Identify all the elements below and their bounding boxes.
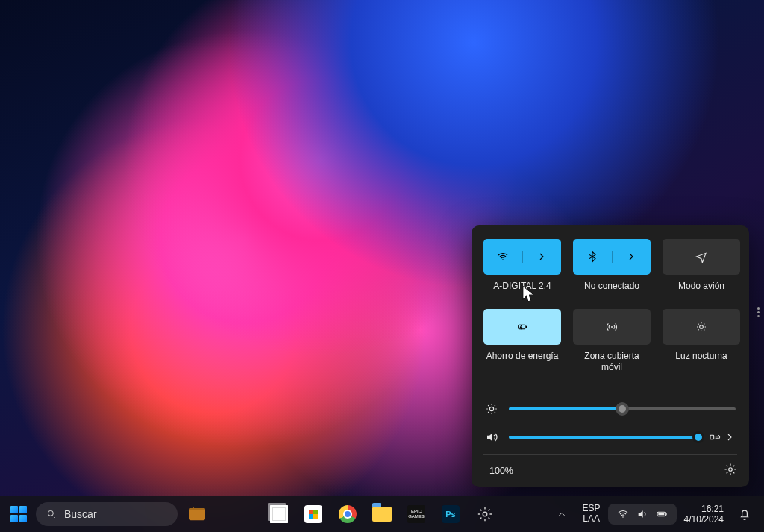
mobile-hotspot-tile[interactable] — [573, 309, 651, 345]
search-icon — [46, 509, 57, 519]
windows-logo-icon — [10, 506, 27, 522]
night-light-icon — [695, 321, 707, 333]
svg-point-10 — [729, 468, 733, 472]
taskbar-search[interactable]: Buscar — [36, 502, 178, 526]
chevron-right-icon — [536, 251, 548, 263]
svg-point-3 — [611, 326, 613, 328]
wifi-icon — [617, 508, 629, 520]
wifi-tile[interactable] — [483, 239, 561, 275]
hotspot-icon — [606, 321, 618, 333]
svg-point-4 — [700, 325, 704, 329]
audio-output-icon — [709, 431, 721, 443]
bluetooth-tile[interactable] — [573, 239, 651, 275]
volume-row — [483, 423, 737, 451]
svg-point-5 — [489, 407, 493, 410]
search-placeholder: Buscar — [64, 508, 97, 520]
quick-settings-tiles: A-DIGITAL 2.4 No conectado Modo avión — [483, 239, 737, 373]
gear-icon — [477, 506, 493, 522]
battery-status[interactable]: 100% — [483, 466, 513, 476]
svg-rect-1 — [519, 325, 525, 328]
taskbar-clock[interactable]: 16:21 4/10/2024 — [684, 504, 724, 525]
task-view-button[interactable] — [266, 501, 292, 528]
wifi-expand[interactable] — [523, 251, 562, 263]
battery-icon — [656, 508, 668, 520]
system-tray-quick-settings[interactable] — [608, 504, 677, 525]
airplane-mode-label: Modo avión — [678, 281, 724, 301]
svg-point-13 — [622, 516, 624, 518]
airplane-icon — [695, 251, 707, 263]
file-explorer-button[interactable] — [369, 501, 395, 528]
language-switcher[interactable]: ESP LAA — [583, 504, 601, 525]
bluetooth-icon — [586, 251, 598, 263]
svg-point-12 — [483, 512, 487, 516]
more-tiles-indicator[interactable] — [757, 307, 760, 317]
chevron-right-icon — [724, 431, 736, 443]
volume-slider[interactable] — [509, 436, 698, 439]
briefcase-icon — [189, 508, 205, 521]
bluetooth-expand[interactable] — [613, 251, 651, 263]
brightness-slider[interactable] — [509, 407, 736, 410]
chrome-icon — [339, 505, 357, 523]
svg-point-11 — [48, 510, 53, 516]
settings-app-button[interactable] — [472, 501, 498, 528]
epic-games-icon: EPIC GAMES — [407, 505, 425, 523]
volume-icon — [636, 508, 648, 520]
brightness-row — [483, 395, 737, 423]
folder-icon — [372, 507, 392, 522]
battery-saver-icon — [516, 321, 528, 333]
mobile-hotspot-label: Zona cubierta móvil — [573, 351, 651, 373]
battery-saver-label: Ahorro de energía — [486, 351, 559, 372]
language-line2: LAA — [583, 514, 601, 525]
store-icon — [304, 505, 322, 523]
wifi-icon — [497, 251, 509, 263]
clock-date: 4/10/2024 — [684, 514, 724, 525]
start-button[interactable] — [6, 501, 31, 527]
microsoft-store-button[interactable] — [300, 501, 327, 528]
task-view-icon — [270, 505, 288, 523]
photoshop-icon: Ps — [442, 505, 460, 523]
wifi-label: A-DIGITAL 2.4 — [493, 281, 551, 301]
flyout-divider — [472, 384, 749, 384]
bell-icon — [738, 507, 751, 521]
chevron-right-icon — [625, 251, 637, 263]
taskbar: Buscar EPIC GAMES Ps ESP LAA 16:21 4/10/… — [0, 496, 764, 532]
notifications-button[interactable] — [731, 501, 758, 528]
battery-percent: 100% — [489, 466, 513, 476]
clock-time: 16:21 — [684, 504, 724, 514]
photoshop-button[interactable]: Ps — [437, 501, 464, 528]
svg-rect-16 — [658, 513, 664, 516]
brightness-icon — [485, 402, 498, 416]
svg-rect-15 — [666, 513, 666, 516]
tray-overflow-button[interactable] — [548, 501, 575, 528]
night-light-tile[interactable] — [663, 309, 740, 345]
volume-icon — [485, 431, 498, 444]
airplane-mode-tile[interactable] — [663, 239, 740, 275]
chevron-up-icon — [557, 509, 567, 519]
briefcase-app[interactable] — [182, 501, 209, 528]
battery-saver-tile[interactable] — [483, 309, 561, 345]
epic-games-button[interactable]: EPIC GAMES — [403, 501, 430, 528]
audio-output-button[interactable] — [709, 431, 736, 443]
quick-settings-flyout: A-DIGITAL 2.4 No conectado Modo avión — [472, 225, 749, 487]
bluetooth-toggle[interactable] — [573, 251, 613, 263]
svg-point-0 — [502, 259, 504, 260]
chrome-button[interactable] — [334, 501, 361, 528]
bluetooth-label: No conectado — [584, 281, 639, 301]
night-light-label: Luz nocturna — [675, 351, 727, 372]
svg-rect-2 — [526, 326, 527, 328]
wifi-toggle[interactable] — [483, 251, 523, 263]
svg-rect-6 — [710, 435, 714, 439]
language-line1: ESP — [583, 504, 601, 514]
gear-icon — [724, 463, 737, 476]
settings-button[interactable] — [724, 463, 737, 478]
